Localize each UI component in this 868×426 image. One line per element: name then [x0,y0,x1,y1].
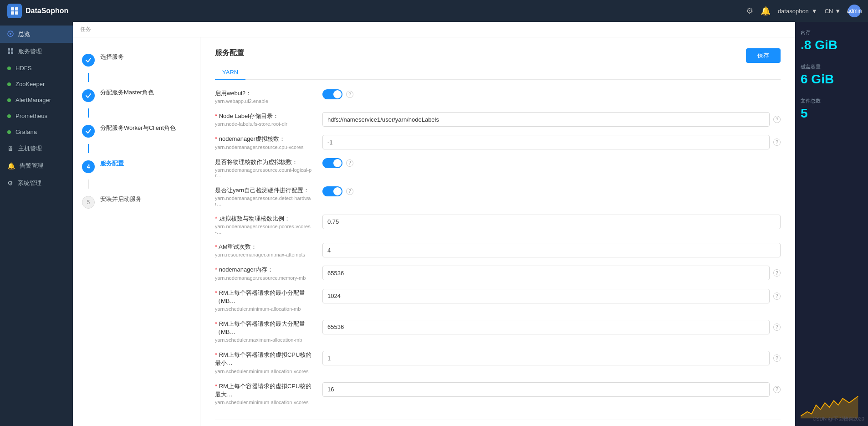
label-node-label-dir: Node Label存储目录： [215,112,315,120]
sidebar-label-alert-mgmt: 告警管理 [20,162,43,170]
avatar[interactable]: admin [848,5,861,17]
content-area: 任务 选择服务 [73,22,795,426]
help-icon-nodemanager-memory[interactable]: ? [773,269,781,277]
label-min-alloc-mb: RM上每个容器请求的最小分配量（MB… [215,289,315,305]
sidebar-item-overview[interactable]: 总览 [0,26,73,43]
sidebar-label-service-mgmt: 服务管理 [18,47,42,56]
field-min-alloc-vcores: RM上每个容器请求的虚拟CPU核的最小… yarn.scheduler.mini… [215,351,781,374]
sidebar-label-host-mgmt: 主机管理 [18,144,42,153]
navbar-right: ⚙ 🔔 datasophon ▼ CN ▼ admin [746,5,861,17]
form-title: 服务配置 [215,48,781,58]
user-dropdown[interactable]: datasophon ▼ [778,8,817,15]
system-mgmt-icon: ⚙ [7,180,13,187]
help-icon-physical-cores[interactable]: ? [346,159,353,167]
save-button[interactable]: 保存 [746,48,781,63]
stat-disk-value: 6 GiB [801,72,834,86]
input-min-alloc-vcores[interactable] [322,351,770,365]
field-min-alloc-mb: RM上每个容器请求的最小分配量（MB… yarn.scheduler.minim… [215,289,781,312]
label-vcore-ratio: 虚拟核数与物理核数比例： [215,215,315,223]
sidebar-label-system-mgmt: 系统管理 [18,179,41,187]
step-1-title: 选择服务 [100,53,191,61]
toggle-auto-detect[interactable] [322,186,342,196]
bell-icon[interactable]: 🔔 [761,6,771,16]
input-node-label-dir[interactable] [322,112,770,127]
toggle-physical-cores-knob [333,159,342,167]
hdfs-status-dot [7,67,11,70]
wizard-modal: 选择服务 分配服务Master角色 [73,37,795,426]
sublabel-auto-detect: yarn.nodemanager.resource.detect-hardwar… [215,195,315,206]
sidebar-item-host-mgmt[interactable]: 🖥 主机管理 [0,140,73,157]
main-layout: 总览 服务管理 HDFS ZooKeeper AlertManager [0,22,868,426]
input-vcore-ratio[interactable] [322,215,781,229]
sidebar-item-grafana[interactable]: Grafana [0,124,73,140]
settings-icon[interactable]: ⚙ [746,6,753,16]
sidebar-item-hdfs[interactable]: HDFS [0,60,73,76]
svg-rect-8 [8,51,10,54]
input-nodemanager-vcores[interactable] [322,135,770,149]
toggle-physical-cores[interactable] [322,158,342,168]
prometheus-status-dot [7,114,11,118]
toggle-webui2-knob [333,90,342,98]
wizard-step-2: 分配服务Master角色 [73,82,200,108]
input-nodemanager-memory[interactable] [322,266,770,280]
step-1-indicator [82,54,95,67]
sidebar: 总览 服务管理 HDFS ZooKeeper AlertManager [0,22,73,426]
sidebar-item-system-mgmt[interactable]: ⚙ 系统管理 [0,175,73,192]
wizard-step-4: 4 服务配置 [73,153,200,180]
help-icon-max-alloc-vcores[interactable]: ? [773,386,781,393]
step-4-title: 服务配置 [100,159,191,168]
stat-memory-label: 内存 [801,29,863,36]
sublabel-webui2: yarn.webapp.ui2.enable [215,98,315,104]
step-2-content: 分配服务Master角色 [100,88,191,97]
form-header: 服务配置 [215,48,781,58]
help-icon-max-alloc-mb[interactable]: ? [773,323,781,331]
sidebar-label-prometheus: Prometheus [15,113,47,119]
input-min-alloc-mb[interactable] [322,289,770,303]
tab-yarn[interactable]: YARN [215,65,245,80]
help-icon-min-alloc-mb[interactable]: ? [773,293,781,300]
sublabel-max-alloc-mb: yarn.scheduler.maximum-allocation-mb [215,337,315,343]
sidebar-label-alertmanager: AlertManager [15,97,51,103]
svg-rect-7 [11,48,13,51]
wizard-step-5: 5 安装并启动服务 [73,189,200,215]
sublabel-vcore-ratio: yarn.nodemanager.resource.pcores-vcores-… [215,224,315,235]
field-max-alloc-vcores: RM上每个容器请求的虚拟CPU核的最大… yarn.scheduler.mini… [215,382,781,405]
svg-point-5 [10,33,11,35]
breadcrumb: 任务 [73,22,795,37]
sidebar-item-service-mgmt[interactable]: 服务管理 [0,43,73,60]
sidebar-item-zookeeper[interactable]: ZooKeeper [0,76,73,92]
field-node-label-dir: Node Label存储目录： yarn.node-labels.fs-stor… [215,112,781,127]
sublabel-am-attempts: yarn.resourcemanager.am.max-attempts [215,252,315,257]
svg-rect-6 [8,48,10,51]
lang-selector[interactable]: CN ▼ [825,8,841,15]
svg-rect-1 [15,7,18,10]
input-max-alloc-mb[interactable] [322,320,770,334]
help-icon-webui2[interactable]: ? [346,91,353,98]
input-am-attempts[interactable] [322,243,781,257]
stat-files-label: 文件总数 [801,98,863,104]
help-icon-min-alloc-vcores[interactable]: ? [773,354,781,362]
form-area: 服务配置 保存 YARN 启用we [200,37,795,426]
step-4-indicator: 4 [82,160,95,173]
wizard-connector-1 [88,73,89,82]
label-nodemanager-memory: nodemanager内存： [215,266,315,274]
sidebar-item-alertmanager[interactable]: AlertManager [0,92,73,108]
zookeeper-status-dot [7,82,11,86]
brand: DataSophon [7,4,68,18]
help-icon-nodemanager-vcores[interactable]: ? [773,139,781,146]
sidebar-item-prometheus[interactable]: Prometheus [0,108,73,124]
help-icon-node-label-dir[interactable]: ? [773,116,781,123]
toggle-webui2[interactable] [322,89,342,99]
step-4-content: 服务配置 [100,159,191,168]
step-2-title: 分配服务Master角色 [100,88,191,97]
wizard-sidebar: 选择服务 分配服务Master角色 [73,37,200,426]
help-icon-auto-detect[interactable]: ? [346,188,353,195]
input-max-alloc-vcores[interactable] [322,382,770,397]
chart-svg [801,391,863,419]
host-mgmt-icon: 🖥 [7,145,14,152]
stat-memory: 内存 .8 GiB [801,29,863,52]
step-3-indicator [82,125,95,138]
sidebar-item-alert-mgmt[interactable]: 🔔 告警管理 [0,157,73,175]
form-tabs: YARN [215,65,781,80]
sublabel-nodemanager-memory: yarn.nodemanager.resource.memory-mb [215,275,315,281]
